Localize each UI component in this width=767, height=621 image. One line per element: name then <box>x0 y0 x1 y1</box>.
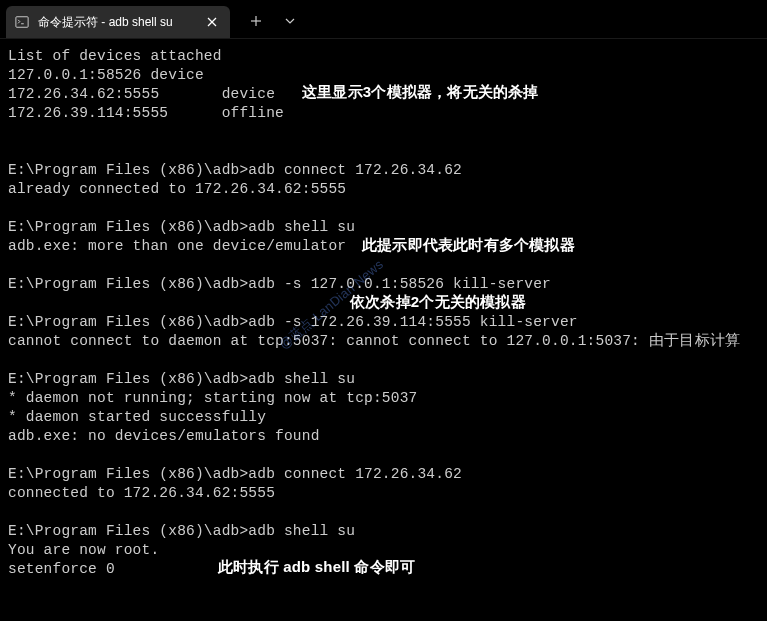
terminal-text: List of devices attached 127.0.0.1:58526… <box>8 48 740 577</box>
tab-actions <box>248 13 298 29</box>
cmd-icon <box>14 14 30 30</box>
tab-bar: 命令提示符 - adb shell su <box>0 0 767 39</box>
tab-active[interactable]: 命令提示符 - adb shell su <box>6 6 230 38</box>
new-tab-icon[interactable] <box>248 13 264 29</box>
chevron-down-icon[interactable] <box>282 13 298 29</box>
annotation-multi-emu: 此提示即代表此时有多个模拟器 <box>362 235 575 254</box>
annotation-run-shell: 此时执行 adb shell 命令即可 <box>218 557 415 576</box>
close-icon[interactable] <box>204 14 220 30</box>
tab-title: 命令提示符 - adb shell su <box>38 14 196 31</box>
svg-rect-0 <box>16 17 28 28</box>
terminal-output[interactable]: List of devices attached 127.0.0.1:58526… <box>0 39 767 621</box>
annotation-kill: 依次杀掉2个无关的模拟器 <box>350 292 526 311</box>
annotation-devices: 这里显示3个模拟器，将无关的杀掉 <box>302 82 539 101</box>
